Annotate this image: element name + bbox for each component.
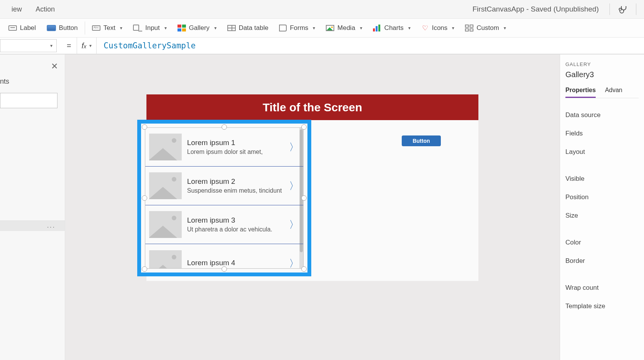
- chevron-right-icon[interactable]: 〉: [289, 179, 299, 193]
- fx-button[interactable]: fx▾: [77, 37, 97, 54]
- prop-layout[interactable]: Layout: [565, 143, 639, 161]
- item-title: Lorem ipsum 3: [187, 216, 289, 225]
- item-subtitle: Ut pharetra a dolor ac vehicula.: [187, 226, 289, 233]
- resize-handle[interactable]: [301, 266, 307, 272]
- element-category: GALLERY: [565, 61, 639, 67]
- item-title: Lorem ipsum 2: [187, 177, 289, 186]
- gallery-item[interactable]: Lorem ipsum 3 Ut pharetra a dolor ac veh…: [145, 205, 303, 244]
- app-title: FirstCanvasApp - Saved (Unpublished): [473, 5, 599, 13]
- prop-position[interactable]: Position: [565, 188, 639, 206]
- chevron-right-icon[interactable]: 〉: [289, 257, 299, 269]
- text-icon: [92, 25, 100, 31]
- gallery-inner[interactable]: ✎ Lorem ipsum 1 Lorem ipsum dolor sit am…: [145, 127, 304, 269]
- chevron-down-icon: ▾: [504, 25, 506, 31]
- insert-forms[interactable]: Forms▾: [274, 19, 320, 37]
- input-icon: [133, 25, 142, 31]
- prop-border[interactable]: Border: [565, 252, 639, 270]
- resize-handle[interactable]: [142, 124, 147, 130]
- gallery-icon: [177, 25, 186, 31]
- prop-wrapcount[interactable]: Wrap count: [565, 279, 639, 297]
- image-placeholder-icon: [149, 250, 182, 269]
- insert-ribbon: Label Button Text▾ Input▾ Gallery▾ Data …: [0, 18, 644, 38]
- tree-header: nts: [0, 78, 9, 86]
- insert-text[interactable]: Text▾: [87, 19, 128, 37]
- divider: [636, 3, 636, 15]
- equals-sign: =: [67, 41, 71, 50]
- chevron-down-icon: ▾: [89, 43, 92, 48]
- label-icon: [8, 25, 17, 31]
- insert-button[interactable]: Button: [41, 19, 83, 37]
- media-icon: [326, 25, 334, 31]
- icons-icon: ♡: [421, 24, 429, 32]
- chevron-right-icon[interactable]: 〉: [289, 140, 299, 154]
- chevron-down-icon: ▾: [164, 25, 167, 31]
- item-subtitle: Suspendisse enim metus, tincidunt: [187, 187, 289, 194]
- resize-handle[interactable]: [301, 124, 307, 130]
- close-icon[interactable]: ✕: [51, 61, 58, 71]
- image-placeholder-icon: [149, 172, 182, 199]
- item-title: Lorem ipsum 1: [187, 139, 289, 147]
- tree-search-input[interactable]: [0, 93, 58, 108]
- canvas-button[interactable]: Button: [402, 135, 441, 146]
- screen-preview[interactable]: Title of the Screen Button ✎ Lorem ipsum…: [146, 94, 478, 281]
- gallery-selected[interactable]: ✎ Lorem ipsum 1 Lorem ipsum dolor sit am…: [137, 120, 311, 276]
- insert-input[interactable]: Input▾: [128, 19, 172, 37]
- chevron-down-icon: ▾: [360, 25, 362, 31]
- image-placeholder-icon: [149, 134, 182, 160]
- resize-handle[interactable]: [222, 124, 227, 130]
- gallery-item[interactable]: Lorem ipsum 1 Lorem ipsum dolor sit amet…: [145, 128, 303, 167]
- resize-handle[interactable]: [142, 195, 147, 201]
- image-placeholder-icon: [149, 211, 182, 238]
- health-check-icon[interactable]: [618, 5, 628, 14]
- screen-title-bar[interactable]: Title of the Screen: [146, 94, 478, 120]
- menubar: iew Action FirstCanvasApp - Saved (Unpub…: [0, 0, 644, 18]
- insert-charts[interactable]: Charts▾: [368, 19, 416, 37]
- tree-view-pane: ✕ nts ...: [0, 54, 65, 360]
- forms-icon: [279, 25, 287, 31]
- chevron-down-icon: ▾: [214, 25, 217, 31]
- divider: [610, 3, 610, 15]
- insert-datatable[interactable]: Data table: [222, 19, 274, 37]
- custom-icon: [465, 25, 473, 31]
- insert-icons[interactable]: ♡Icons▾: [416, 19, 460, 37]
- tree-selected-item[interactable]: ...: [0, 220, 65, 231]
- chevron-down-icon: ▾: [50, 43, 53, 48]
- prop-templatesize[interactable]: Template size: [565, 297, 639, 315]
- insert-gallery[interactable]: Gallery▾: [172, 19, 222, 37]
- charts-icon: [373, 25, 381, 31]
- properties-pane: GALLERY Gallery3 Properties Advan Data s…: [560, 54, 644, 360]
- property-dropdown[interactable]: ▾: [0, 39, 57, 52]
- datatable-icon: [227, 25, 236, 31]
- chevron-right-icon[interactable]: 〉: [289, 218, 299, 231]
- menu-view[interactable]: iew: [5, 5, 29, 13]
- resize-handle[interactable]: [301, 195, 307, 201]
- prop-fields[interactable]: Fields: [565, 124, 639, 143]
- element-name[interactable]: Gallery3: [565, 70, 639, 79]
- prop-visible[interactable]: Visible: [565, 170, 639, 188]
- menu-action[interactable]: Action: [29, 5, 62, 13]
- canvas[interactable]: Title of the Screen Button ✎ Lorem ipsum…: [65, 54, 560, 360]
- chevron-down-icon: ▾: [313, 25, 315, 31]
- formula-bar: ▾ = fx▾ CustomGallerySample: [0, 38, 644, 54]
- insert-media[interactable]: Media▾: [320, 19, 367, 37]
- resize-handle[interactable]: [222, 266, 227, 272]
- item-subtitle: Lorem ipsum dolor sit amet,: [187, 149, 289, 155]
- button-icon: [47, 25, 56, 31]
- resize-handle[interactable]: [142, 266, 147, 272]
- prop-datasource[interactable]: Data source: [565, 106, 639, 124]
- chevron-down-icon: ▾: [452, 25, 454, 31]
- item-title: Lorem ipsum 4: [187, 259, 289, 267]
- formula-input[interactable]: CustomGallerySample: [97, 37, 644, 54]
- prop-color[interactable]: Color: [565, 233, 639, 252]
- insert-label[interactable]: Label: [3, 19, 41, 37]
- chevron-down-icon: ▾: [408, 25, 411, 31]
- tab-advanced[interactable]: Advan: [605, 87, 622, 98]
- prop-size[interactable]: Size: [565, 206, 639, 225]
- more-icon[interactable]: ...: [47, 222, 56, 229]
- tab-properties[interactable]: Properties: [565, 87, 596, 98]
- gallery-item[interactable]: Lorem ipsum 4 〉: [145, 244, 303, 269]
- chevron-down-icon: ▾: [120, 25, 122, 31]
- gallery-item[interactable]: Lorem ipsum 2 Suspendisse enim metus, ti…: [145, 167, 303, 205]
- insert-custom[interactable]: Custom▾: [460, 19, 511, 37]
